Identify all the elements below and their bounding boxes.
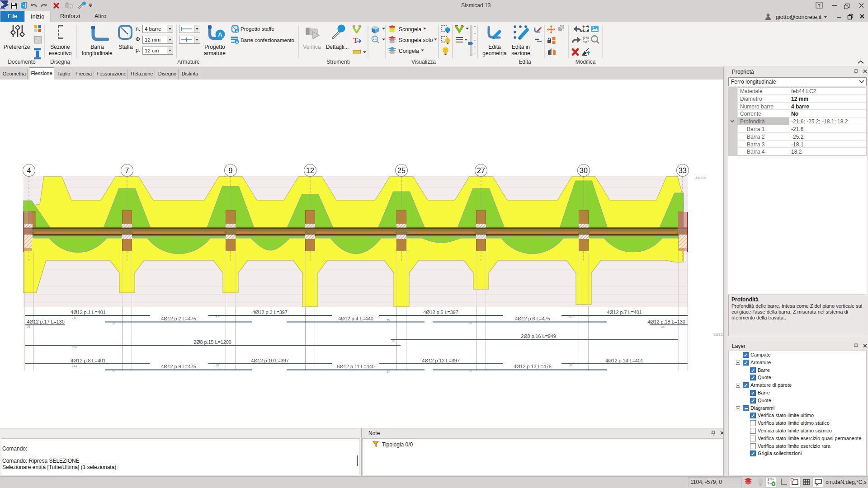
- svg-text:100: 100: [660, 325, 665, 328]
- svg-text:-461900: -461900: [694, 176, 706, 179]
- svg-text:4Ø12 p.14 L=401: 4Ø12 p.14 L=401: [605, 358, 643, 363]
- svg-text:28: 28: [27, 325, 31, 328]
- svg-text:6Ø12 p.11 L=440: 6Ø12 p.11 L=440: [337, 364, 375, 369]
- svg-text:4Ø12 p.10 L=397: 4Ø12 p.10 L=397: [251, 358, 289, 363]
- svg-text:9: 9: [229, 167, 233, 174]
- svg-text:12: 12: [306, 167, 314, 174]
- svg-text:57: 57: [469, 370, 472, 373]
- svg-text:4Ø12 p.1 L=401: 4Ø12 p.1 L=401: [71, 310, 106, 315]
- svg-text:2Ø8 p.16 L=949: 2Ø8 p.16 L=949: [521, 333, 556, 339]
- svg-text:57: 57: [216, 315, 219, 319]
- svg-text:638122: 638122: [713, 333, 723, 336]
- svg-text:313: 313: [72, 364, 77, 367]
- svg-text:25: 25: [397, 167, 406, 174]
- svg-text:4Ø12 p.2 L=475: 4Ø12 p.2 L=475: [161, 316, 196, 321]
- svg-text:4Ø12 p.17 L=130: 4Ø12 p.17 L=130: [27, 319, 65, 324]
- svg-text:27: 27: [477, 167, 485, 174]
- svg-text:57: 57: [112, 322, 116, 325]
- svg-text:30: 30: [580, 167, 588, 174]
- svg-text:4Ø12 p.3 L=397: 4Ø12 p.3 L=397: [252, 310, 288, 315]
- svg-text:4Ø12 p.13 L=475: 4Ø12 p.13 L=475: [514, 364, 552, 369]
- svg-text:A: A: [236, 41, 238, 44]
- svg-text:57: 57: [569, 315, 573, 319]
- svg-text:211: 211: [72, 316, 77, 319]
- svg-text:2Ø8 p.15 L=1200: 2Ø8 p.15 L=1200: [193, 339, 231, 345]
- svg-text:4Ø12 p.8 L=401: 4Ø12 p.8 L=401: [71, 358, 106, 363]
- svg-text:4Ø12 p.6 L=475: 4Ø12 p.6 L=475: [515, 316, 550, 321]
- svg-text:4Ø12 p.18 L=130: 4Ø12 p.18 L=130: [647, 319, 685, 324]
- svg-text:55: 55: [387, 319, 390, 322]
- svg-text:354: 354: [72, 346, 77, 349]
- svg-text:4Ø12 p.9 L=475: 4Ø12 p.9 L=475: [161, 364, 196, 369]
- svg-text:4Ø12 p.7 L=401: 4Ø12 p.7 L=401: [607, 310, 642, 315]
- svg-text:57: 57: [469, 322, 472, 325]
- svg-text:20: 20: [392, 339, 396, 343]
- svg-text:A: A: [218, 31, 222, 38]
- svg-text:57: 57: [112, 370, 116, 373]
- svg-text:A: A: [236, 30, 238, 33]
- svg-text:57: 57: [569, 364, 573, 367]
- svg-text:4Ø12 p.5 L=397: 4Ø12 p.5 L=397: [423, 310, 458, 315]
- svg-text:4: 4: [27, 167, 31, 174]
- svg-text:60: 60: [216, 364, 219, 367]
- svg-text:7: 7: [125, 167, 129, 174]
- svg-text:4Ø12 p.12 L=397: 4Ø12 p.12 L=397: [422, 358, 460, 363]
- svg-text:57: 57: [387, 370, 390, 373]
- svg-text:4Ø12 p.4 L=440: 4Ø12 p.4 L=440: [338, 316, 373, 321]
- svg-text:33: 33: [679, 167, 687, 174]
